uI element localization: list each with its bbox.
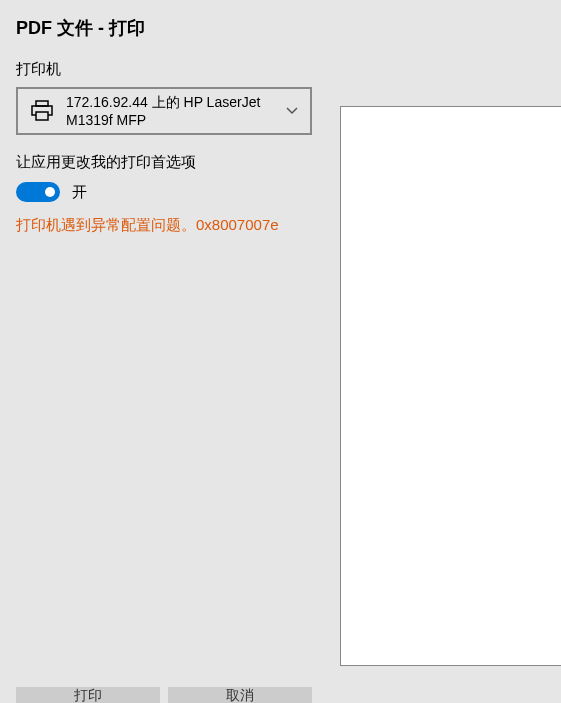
printer-icon — [28, 99, 56, 123]
printer-selected-name: 172.16.92.44 上的 HP LaserJet M1319f MFP — [66, 93, 284, 129]
preferences-toggle[interactable] — [16, 182, 60, 202]
action-buttons: 打印 取消 — [16, 687, 312, 703]
svg-rect-2 — [36, 112, 48, 120]
printer-section-label: 打印机 — [16, 60, 340, 79]
chevron-down-icon — [284, 103, 300, 119]
printer-dropdown[interactable]: 172.16.92.44 上的 HP LaserJet M1319f MFP — [16, 87, 312, 135]
print-button[interactable]: 打印 — [16, 687, 160, 703]
dialog-title: PDF 文件 - 打印 — [16, 16, 340, 40]
toggle-row: 开 — [16, 182, 340, 202]
error-message: 打印机遇到异常配置问题。0x8007007e — [16, 216, 340, 235]
preferences-label: 让应用更改我的打印首选项 — [16, 153, 340, 172]
preview-page — [340, 106, 561, 666]
cancel-button[interactable]: 取消 — [168, 687, 312, 703]
preview-panel — [340, 0, 561, 703]
print-dialog: PDF 文件 - 打印 打印机 172.16.92.44 上的 HP Laser… — [0, 0, 561, 703]
settings-panel: PDF 文件 - 打印 打印机 172.16.92.44 上的 HP Laser… — [0, 0, 340, 703]
toggle-state-label: 开 — [72, 183, 87, 202]
